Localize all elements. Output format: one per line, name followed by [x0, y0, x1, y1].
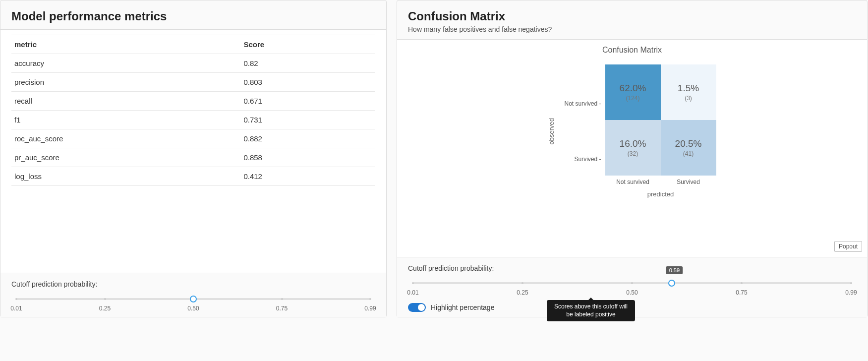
slider-tick-label: 0.25: [99, 305, 111, 312]
metric-score-cell: 0.671: [240, 92, 375, 111]
col-label: Survived: [661, 179, 716, 185]
confusion-cell: 16.0%(32): [605, 120, 661, 176]
cell-percentage: 62.0%: [620, 83, 646, 94]
highlight-percentage-toggle[interactable]: [408, 303, 426, 312]
confusion-grid: 62.0%(124)1.5%(3)16.0%(32)20.5%(41): [605, 64, 716, 176]
slider-tick-label: 0.75: [276, 305, 288, 312]
metric-name-cell: roc_auc_score: [11, 129, 240, 148]
slider-value-badge: 0.59: [666, 266, 683, 274]
popout-button[interactable]: Popout: [834, 241, 862, 252]
metric-score-cell: 0.803: [240, 73, 375, 92]
cell-count: (32): [628, 150, 638, 157]
y-axis-label: observed: [548, 118, 555, 144]
metric-name-cell: recall: [11, 92, 240, 111]
confusion-subtitle: How many false positives and false negat…: [408, 25, 856, 33]
confusion-body: Confusion Matrix observed Not survived -…: [397, 39, 867, 257]
slider-tick-label: 0.75: [736, 289, 747, 296]
cutoff-tooltip: Scores above this cutoff will be labeled…: [547, 300, 635, 321]
table-row: roc_auc_score0.882: [11, 129, 375, 148]
confusion-cell: 20.5%(41): [661, 120, 716, 176]
cell-percentage: 16.0%: [620, 138, 646, 149]
table-row: precision0.803: [11, 73, 375, 92]
row-label: Survived -: [574, 131, 601, 187]
confusion-footer: Cutoff prediction probability: 0.59 0.01…: [397, 257, 867, 317]
confusion-cell: 62.0%(124): [605, 64, 661, 120]
row-label: Not survived -: [564, 76, 601, 131]
cell-percentage: 20.5%: [675, 138, 702, 149]
header-metric: metric: [11, 35, 240, 54]
table-row: pr_auc_score0.858: [11, 148, 375, 167]
cutoff-slider-label-left: Cutoff prediction probability:: [11, 280, 375, 288]
slider-tick-label: 0.25: [517, 289, 528, 296]
slider-tick-label: 0.50: [626, 289, 637, 296]
table-row: log_loss0.412: [11, 167, 375, 186]
metric-name-cell: pr_auc_score: [11, 148, 240, 167]
cutoff-slider-right[interactable]: 0.59 0.010.250.500.750.99: [408, 276, 856, 296]
metrics-table: metric Score accuracy0.82precision0.803r…: [11, 35, 375, 186]
metric-score-cell: 0.82: [240, 54, 375, 73]
confusion-title: Confusion Matrix: [408, 9, 856, 23]
cell-percentage: 1.5%: [678, 83, 699, 94]
metrics-footer: Cutoff prediction probability: 0.010.250…: [0, 273, 386, 317]
toggle-label: Highlight percentage: [431, 303, 494, 311]
table-row: recall0.671: [11, 92, 375, 111]
slider-tick-label: 0.50: [187, 305, 199, 312]
slider-handle-left[interactable]: [190, 296, 197, 302]
slider-tick-label: 0.01: [10, 305, 22, 312]
cell-count: (124): [626, 95, 640, 102]
header-score: Score: [240, 35, 375, 54]
confusion-cell: 1.5%(3): [661, 64, 716, 120]
table-row: f10.731: [11, 111, 375, 129]
table-row: accuracy0.82: [11, 54, 375, 73]
chart-title: Confusion Matrix: [602, 46, 662, 55]
slider-handle-right[interactable]: [668, 280, 675, 287]
confusion-header: Confusion Matrix How many false positive…: [397, 0, 867, 39]
metrics-body: metric Score accuracy0.82precision0.803r…: [0, 29, 386, 273]
confusion-panel: Confusion Matrix How many false positive…: [397, 0, 868, 317]
metric-score-cell: 0.858: [240, 148, 375, 167]
col-label: Not survived: [605, 179, 661, 185]
metrics-title: Model performance metrics: [11, 9, 375, 23]
metric-score-cell: 0.882: [240, 129, 375, 148]
cell-count: (41): [683, 150, 694, 157]
metrics-header: Model performance metrics: [0, 0, 386, 29]
metric-name-cell: log_loss: [11, 167, 240, 186]
slider-tick-label: 0.01: [407, 289, 418, 296]
slider-tick-label: 0.99: [364, 305, 376, 312]
metric-name-cell: precision: [11, 73, 240, 92]
metrics-panel: Model performance metrics metric Score a…: [0, 0, 387, 317]
metric-score-cell: 0.412: [240, 167, 375, 186]
slider-tick-label: 0.99: [845, 289, 857, 296]
table-header-row: metric Score: [11, 35, 375, 54]
cutoff-slider-label-right: Cutoff prediction probability:: [408, 264, 856, 272]
metric-name-cell: accuracy: [11, 54, 240, 73]
x-axis-label: predicted: [605, 190, 716, 198]
cutoff-slider-left[interactable]: 0.010.250.500.750.99: [11, 292, 375, 312]
confusion-matrix-chart: Confusion Matrix observed Not survived -…: [408, 45, 856, 228]
toggle-knob: [418, 304, 425, 311]
metric-name-cell: f1: [11, 111, 240, 129]
metric-score-cell: 0.731: [240, 111, 375, 129]
cell-count: (3): [685, 95, 692, 102]
